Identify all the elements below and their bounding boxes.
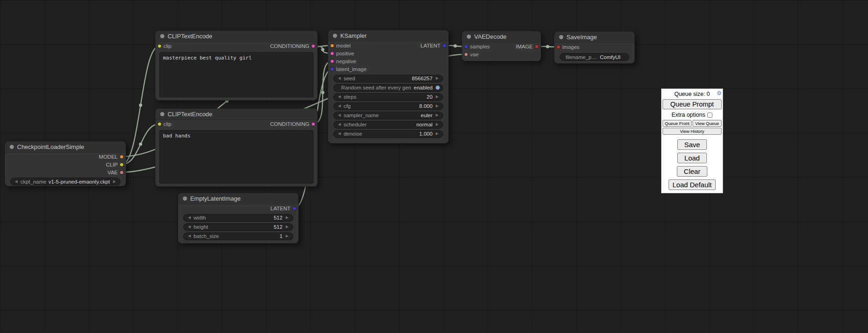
view-queue-button[interactable]: View Queue — [693, 120, 722, 127]
latent-output-port[interactable] — [292, 206, 296, 210]
collapse-dot-icon[interactable] — [333, 34, 337, 38]
image-output-port[interactable] — [535, 44, 539, 48]
clip-output-port[interactable] — [120, 162, 124, 166]
conditioning-output-port[interactable] — [311, 44, 315, 48]
load-button[interactable]: Load — [677, 153, 706, 163]
view-history-button[interactable]: View History — [663, 128, 722, 135]
filename-prefix-widget[interactable]: filename_prefix ComfyUI — [560, 53, 629, 61]
images-input-port[interactable] — [556, 45, 561, 49]
port-label-image: IMAGE — [516, 44, 533, 49]
clear-button[interactable]: Clear — [677, 166, 707, 177]
node-title-bar[interactable]: SaveImage — [555, 32, 634, 43]
denoise-widget[interactable]: ◀ denoise 1.000 ▶ — [333, 130, 443, 138]
height-widget[interactable]: ◀ height 512 ▶ — [183, 223, 293, 231]
clip-input-port[interactable] — [157, 44, 162, 48]
node-vaedecode[interactable]: VAEDecode samples IMAGE vae — [462, 31, 541, 61]
increment-arrow-icon[interactable]: ▶ — [434, 123, 440, 126]
node-title-bar[interactable]: CLIPTextEncode — [156, 109, 317, 120]
negative-input-port[interactable] — [330, 59, 334, 63]
node-title-bar[interactable]: KSampler — [328, 30, 448, 42]
collapse-dot-icon[interactable] — [559, 35, 563, 39]
decrement-arrow-icon[interactable]: ◀ — [337, 113, 342, 117]
node-checkpointloadersimple[interactable]: CheckpointLoaderSimple MODEL CLIP VAE ◀ … — [5, 141, 126, 186]
port-label-model: MODEL — [99, 154, 118, 160]
port-label-conditioning: CONDITIONING — [270, 43, 309, 49]
input-row-images: images — [555, 43, 634, 51]
vae-output-port[interactable] — [120, 170, 124, 174]
increment-arrow-icon[interactable]: ▶ — [434, 113, 440, 117]
clip-input-port[interactable] — [157, 122, 162, 126]
positive-input-port[interactable] — [330, 51, 334, 55]
port-label-samples: samples — [470, 44, 490, 49]
decrement-arrow-icon[interactable]: ◀ — [187, 216, 192, 220]
width-widget[interactable]: ◀ width 512 ▶ — [183, 214, 293, 222]
decrement-arrow-icon[interactable]: ◀ — [337, 123, 342, 126]
load-default-button[interactable]: Load Default — [669, 179, 715, 190]
node-title-bar[interactable]: CheckpointLoaderSimple — [5, 142, 126, 153]
collapse-dot-icon[interactable] — [10, 145, 14, 149]
node-cliptextencode-positive[interactable]: CLIPTextEncode clip CONDITIONING masterp… — [155, 30, 318, 101]
widget-value: ComfyUI — [598, 54, 622, 60]
node-saveimage[interactable]: SaveImage images filename_prefix ComfyUI — [554, 31, 635, 64]
node-title-bar[interactable]: CLIPTextEncode — [156, 31, 317, 42]
toggle-dot-icon[interactable] — [435, 85, 440, 90]
decrement-arrow-icon[interactable]: ◀ — [337, 104, 342, 108]
collapse-dot-icon[interactable] — [160, 112, 164, 116]
increment-arrow-icon[interactable]: ▶ — [434, 95, 440, 99]
latent-image-input-port[interactable] — [330, 67, 334, 71]
decrement-arrow-icon[interactable]: ◀ — [187, 225, 192, 229]
sampler-name-widget[interactable]: ◀ sampler_name euler ▶ — [333, 112, 443, 119]
ckpt-name-widget[interactable]: ◀ ckpt_name v1-5-pruned-emaonly.ckpt ▶ — [10, 178, 121, 185]
widget-value: euler — [419, 113, 434, 118]
scheduler-widget[interactable]: ◀ scheduler normal ▶ — [333, 121, 443, 129]
decrement-arrow-icon[interactable]: ◀ — [337, 132, 342, 136]
model-output-port[interactable] — [120, 155, 124, 159]
node-emptylatentimage[interactable]: EmptyLatentImage LATENT ◀ width 512 ▶ ◀ … — [178, 193, 299, 244]
decrement-arrow-icon[interactable]: ◀ — [337, 77, 342, 80]
latent-output-port[interactable] — [442, 43, 446, 48]
widget-label: scheduler — [344, 122, 367, 127]
batch-size-widget[interactable]: ◀ batch_size 1 ▶ — [183, 232, 293, 240]
prompt-textarea[interactable]: bad hands — [159, 130, 313, 184]
widget-label: steps — [344, 94, 356, 100]
decrement-arrow-icon[interactable]: ◀ — [13, 180, 19, 184]
node-cliptextencode-negative[interactable]: CLIPTextEncode clip CONDITIONING bad han… — [155, 108, 318, 187]
widget-value: v1-5-pruned-emaonly.ckpt — [47, 179, 112, 184]
node-title-bar[interactable]: EmptyLatentImage — [178, 193, 298, 204]
node-ksampler[interactable]: KSampler model positive negative latent_… — [328, 30, 449, 143]
increment-arrow-icon[interactable]: ▶ — [284, 216, 290, 220]
increment-arrow-icon[interactable]: ▶ — [434, 104, 440, 108]
random-seed-toggle-widget[interactable]: Random seed after every gen enabled — [333, 84, 443, 92]
decrement-arrow-icon[interactable]: ◀ — [187, 234, 192, 238]
steps-widget[interactable]: ◀ steps 20 ▶ — [333, 93, 443, 101]
collapse-dot-icon[interactable] — [183, 196, 187, 201]
increment-arrow-icon[interactable]: ▶ — [434, 77, 440, 80]
output-row-model: MODEL — [5, 153, 126, 161]
prompt-textarea[interactable]: masterpiece best quality girl — [159, 52, 313, 97]
extra-options-checkbox[interactable] — [707, 113, 712, 118]
node-title: CheckpointLoaderSimple — [17, 143, 84, 150]
vae-input-port[interactable] — [464, 52, 468, 56]
save-button[interactable]: Save — [677, 139, 707, 150]
decrement-arrow-icon[interactable]: ◀ — [337, 95, 342, 99]
seed-widget[interactable]: ◀ seed 8566257 ▶ — [333, 75, 443, 83]
node-title-bar[interactable]: VAEDecode — [462, 31, 541, 42]
queue-prompt-button[interactable]: Queue Prompt — [663, 99, 722, 109]
collapse-dot-icon[interactable] — [160, 34, 164, 38]
conditioning-output-port[interactable] — [311, 122, 315, 126]
samples-input-port[interactable] — [464, 44, 468, 48]
increment-arrow-icon[interactable]: ▶ — [284, 225, 290, 229]
increment-arrow-icon[interactable]: ▶ — [112, 180, 117, 184]
cfg-widget[interactable]: ◀ cfg 8.000 ▶ — [333, 102, 443, 110]
increment-arrow-icon[interactable]: ▶ — [434, 132, 440, 136]
collapse-dot-icon[interactable] — [467, 35, 471, 39]
model-input-port[interactable] — [330, 43, 334, 48]
port-label-positive: positive — [336, 51, 354, 56]
settings-gear-icon[interactable]: ⚙ — [717, 90, 722, 96]
queue-front-button[interactable]: Queue Front — [663, 120, 692, 127]
node-graph-canvas[interactable]: CheckpointLoaderSimple MODEL CLIP VAE ◀ … — [0, 0, 868, 333]
increment-arrow-icon[interactable]: ▶ — [284, 234, 290, 238]
widget-value: 512 — [272, 224, 284, 230]
widget-value: 8.000 — [417, 103, 434, 109]
port-label-model: model — [336, 43, 350, 48]
